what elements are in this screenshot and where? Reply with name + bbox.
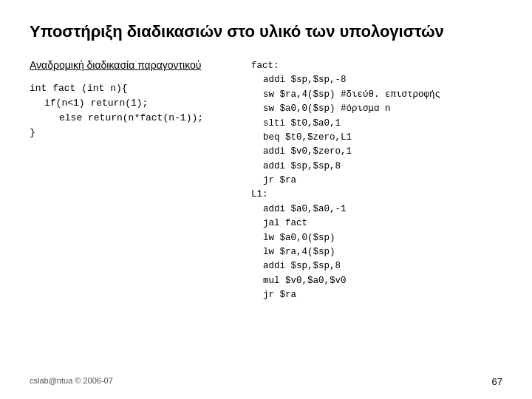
assembly-line: jal fact: [251, 216, 502, 231]
assembly-line: lw $a0,0($sp): [251, 231, 502, 245]
assembly-line: fact:: [251, 59, 502, 73]
assembly-line: sw $a0,0($sp) #όρισμα n: [251, 102, 502, 116]
page: Υποστήριξη διαδικασιών στο υλικό των υπο…: [0, 0, 532, 399]
assembly-line: beq $t0,$zero,L1: [251, 131, 502, 145]
section-heading: Αναδρομική διαδικασία παραγοντικού: [30, 59, 236, 71]
assembly-line: mul $v0,$a0,$v0: [251, 274, 502, 288]
page-title: Υποστήριξη διαδικασιών στο υλικό των υπο…: [30, 22, 502, 41]
c-code-line-2: if(n<1) return(1);: [30, 96, 236, 111]
footer-copyright: cslab@ntua © 2006-07: [30, 376, 113, 387]
footer: cslab@ntua © 2006-07 67: [0, 376, 532, 387]
footer-page-number: 67: [492, 376, 502, 387]
assembly-line: jr $ra: [251, 174, 502, 188]
assembly-code-block: fact:addi $sp,$sp,-8sw $ra,4($sp) #διεύθ…: [251, 59, 502, 302]
right-column: fact:addi $sp,$sp,-8sw $ra,4($sp) #διεύθ…: [251, 59, 502, 302]
assembly-line: L1:: [251, 188, 502, 202]
assembly-line: addi $sp,$sp,8: [251, 259, 502, 273]
c-code-block: int fact (int n){ if(n<1) return(1); els…: [30, 81, 236, 141]
content-area: Αναδρομική διαδικασία παραγοντικού int f…: [30, 59, 502, 302]
c-code-line-4: }: [30, 126, 236, 140]
assembly-line: addi $sp,$sp,8: [251, 160, 502, 174]
c-code-line-1: int fact (int n){: [30, 81, 236, 96]
assembly-line: addi $v0,$zero,1: [251, 145, 502, 159]
assembly-line: sw $ra,4($sp) #διεύθ. επιστροφής: [251, 88, 502, 102]
assembly-line: addi $sp,$sp,-8: [251, 73, 502, 87]
assembly-line: jr $ra: [251, 288, 502, 302]
left-column: Αναδρομική διαδικασία παραγοντικού int f…: [30, 59, 236, 302]
assembly-line: addi $a0,$a0,-1: [251, 202, 502, 216]
assembly-line: slti $t0,$a0,1: [251, 117, 502, 131]
c-code-line-3: else return(n*fact(n-1));: [30, 111, 236, 126]
assembly-line: lw $ra,4($sp): [251, 245, 502, 259]
